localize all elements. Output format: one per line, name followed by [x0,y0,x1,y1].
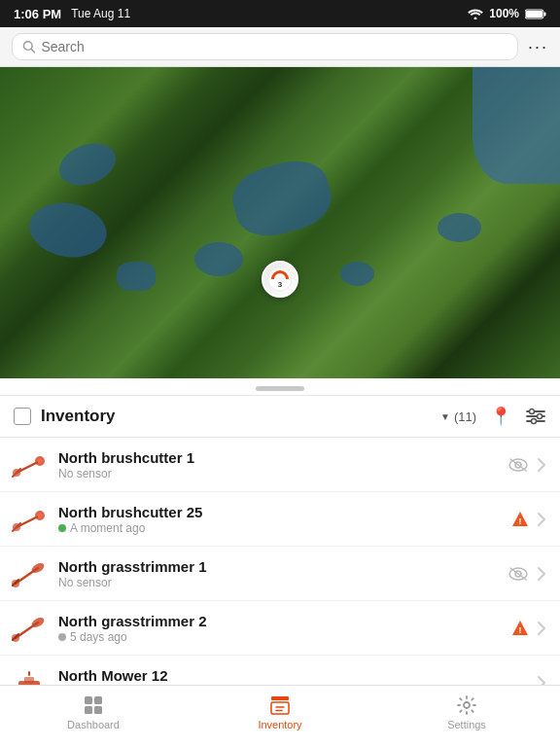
more-menu-button[interactable]: ··· [528,37,548,57]
drag-handle [256,386,304,391]
item-status-text: No sensor [58,576,112,589]
item-info: North brushcutter 1 No sensor [58,449,498,480]
filter-count[interactable]: ▼ (11) [440,409,476,424]
list-item[interactable]: North brushcutter 25 A moment ago ! [0,492,560,547]
date-display: Tue Aug 11 [71,7,130,20]
item-equipment-icon [10,613,49,644]
svg-point-15 [38,458,43,463]
item-equipment-icon [10,449,49,480]
search-input[interactable] [41,39,508,54]
item-status: 5 days ago [58,630,502,644]
search-icon [22,40,35,53]
item-actions [508,457,546,473]
item-info: North brushcutter 25 A moment ago [58,504,502,535]
map-cluster-marker[interactable]: 3 [260,259,300,300]
status-bar-right: 100% [468,7,546,20]
status-dot-online [58,524,66,532]
item-status: No sensor [58,576,498,589]
filter-arrow-icon: ▼ [440,411,450,422]
chevron-right-icon [537,566,546,582]
tab-bar: Dashboard Inventory Settings [0,685,560,747]
svg-rect-1 [544,12,546,16]
eye-hidden-icon [508,457,529,473]
item-info: North grasstrimmer 1 No sensor [58,558,498,589]
item-name: North Mower 12 [58,667,527,684]
drag-handle-container [0,378,560,396]
map-background: 3 [0,67,560,378]
item-status-text: 5 days ago [70,630,127,644]
select-all-checkbox[interactable] [14,408,31,425]
item-name: North grasstrimmer 1 [58,558,498,575]
chevron-right-icon [537,512,546,527]
warning-icon: ! [511,620,529,637]
inventory-icon [269,694,291,716]
search-input-container[interactable] [12,33,518,60]
svg-text:!: ! [519,624,522,634]
list-item[interactable]: North grasstrimmer 1 No sensor [0,547,560,601]
wifi-icon [468,8,483,19]
location-filter-button[interactable]: 📍 [490,406,511,427]
item-actions: ! [511,620,546,637]
svg-rect-57 [94,696,102,704]
svg-text:3: 3 [278,280,283,289]
svg-rect-44 [24,677,34,683]
inventory-header: Inventory ▼ (11) 📍 [0,396,560,438]
svg-point-10 [530,409,535,414]
list-item[interactable]: North grasstrimmer 2 5 days ago ! [0,601,560,656]
item-actions [508,566,546,582]
svg-rect-60 [271,696,289,700]
item-status-text: No sensor [58,467,112,480]
chevron-right-icon [537,621,546,636]
item-status: No sensor [58,467,498,480]
item-equipment-icon [10,504,49,535]
svg-line-4 [31,49,34,52]
item-actions: ! [511,511,546,528]
svg-point-23 [38,513,43,517]
tab-dashboard[interactable]: Dashboard [0,694,187,738]
tab-settings[interactable]: Settings [373,694,560,738]
time-display: 1:06 PM [14,7,61,21]
status-bar-left: 1:06 PM Tue Aug 11 [14,7,130,21]
svg-point-64 [464,702,470,708]
item-status-text: A moment ago [70,521,145,535]
filter-count-value: (11) [454,409,476,424]
inventory-title: Inventory [41,407,431,426]
item-info: North grasstrimmer 2 5 days ago [58,613,502,644]
svg-rect-61 [271,702,289,714]
search-bar: ··· [0,27,560,67]
svg-point-11 [538,414,542,419]
warning-icon: ! [511,511,529,528]
inventory-controls: ▼ (11) 📍 [440,406,546,427]
svg-rect-58 [85,706,92,714]
status-dot-offline [58,633,66,641]
battery-icon [525,9,546,19]
tab-settings-label: Settings [447,719,486,730]
item-name: North grasstrimmer 2 [58,613,502,629]
item-name: North brushcutter 25 [58,504,502,520]
svg-rect-59 [94,706,102,714]
svg-text:!: ! [519,516,522,525]
item-equipment-icon [10,558,49,589]
tab-inventory-label: Inventory [258,719,301,730]
settings-icon [456,694,477,716]
svg-rect-56 [85,696,92,704]
svg-rect-2 [526,11,542,18]
item-status: A moment ago [58,521,502,535]
tab-dashboard-label: Dashboard [67,719,120,730]
list-item[interactable]: North brushcutter 1 No sensor [0,438,560,492]
status-bar: 1:06 PM Tue Aug 11 100% [0,0,560,27]
item-name: North brushcutter 1 [58,449,498,466]
eye-hidden-icon [508,566,529,582]
tab-inventory[interactable]: Inventory [187,694,373,738]
dashboard-icon [83,694,104,716]
filter-settings-icon[interactable] [525,408,546,425]
chevron-right-icon [537,457,546,473]
svg-point-12 [532,419,537,424]
battery-display: 100% [489,7,519,20]
map-view[interactable]: 3 [0,67,560,378]
